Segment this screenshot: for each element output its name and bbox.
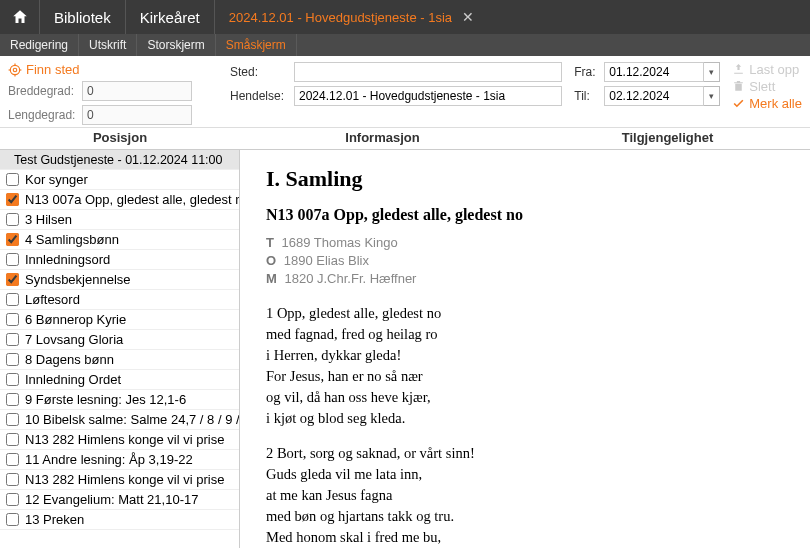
list-item[interactable]: N13 282 Himlens konge vil vi prise xyxy=(0,430,239,450)
list-item-label: 4 Samlingsbønn xyxy=(25,232,119,247)
list-item[interactable]: Innledningsord xyxy=(0,250,239,270)
hymn-verse: 2 Bort, sorg og saknad, or vårt sinn!Gud… xyxy=(266,443,784,548)
list-item-checkbox[interactable] xyxy=(6,293,19,306)
list-item-checkbox[interactable] xyxy=(6,253,19,266)
list-item-checkbox[interactable] xyxy=(6,193,19,206)
menubar: Bibliotek Kirkeåret 2024.12.01 - Hovedgu… xyxy=(0,0,810,34)
section-title: I. Samling xyxy=(266,166,784,192)
til-date-caret[interactable]: ▾ xyxy=(704,86,720,106)
list-item-label: Løftesord xyxy=(25,292,80,307)
home-button[interactable] xyxy=(0,0,40,34)
active-tab-label: 2024.12.01 - Hovedgudstjeneste - 1sia xyxy=(229,10,452,25)
fra-label: Fra: xyxy=(574,65,598,79)
hendelse-input[interactable] xyxy=(294,86,562,106)
list-item-label: Innledning Ordet xyxy=(25,372,121,387)
list-item[interactable]: 3 Hilsen xyxy=(0,210,239,230)
tab-smaskjerm[interactable]: Småskjerm xyxy=(216,34,297,56)
list-item-checkbox[interactable] xyxy=(6,473,19,486)
list-item[interactable]: 4 Samlingsbønn xyxy=(0,230,239,250)
list-item-label: 7 Lovsang Gloria xyxy=(25,332,123,347)
list-item[interactable]: 6 Bønnerop Kyrie xyxy=(0,310,239,330)
filter-bar: Finn sted Breddegrad: Lengdegrad: Sted: … xyxy=(0,56,810,128)
finn-sted-link[interactable]: Finn sted xyxy=(8,62,218,77)
hendelse-label: Hendelse: xyxy=(230,89,288,103)
list-item-label: N13 282 Himlens konge vil vi prise xyxy=(25,432,224,447)
list-item[interactable]: Kor synger xyxy=(0,170,239,190)
list-item[interactable]: Innledning Ordet xyxy=(0,370,239,390)
list-item-checkbox[interactable] xyxy=(6,373,19,386)
svg-point-0 xyxy=(10,65,19,74)
list-item-checkbox[interactable] xyxy=(6,453,19,466)
list-item-checkbox[interactable] xyxy=(6,173,19,186)
list-item-checkbox[interactable] xyxy=(6,513,19,526)
list-item-checkbox[interactable] xyxy=(6,233,19,246)
list-item[interactable]: 8 Dagens bønn xyxy=(0,350,239,370)
list-item[interactable]: 10 Bibelsk salme: Salme 24,7 / 8 / 9 / 1… xyxy=(0,410,239,430)
list-item-label: 10 Bibelsk salme: Salme 24,7 / 8 / 9 / 1… xyxy=(25,412,239,427)
menu-kirkearet[interactable]: Kirkeåret xyxy=(126,0,215,34)
list-item-checkbox[interactable] xyxy=(6,313,19,326)
column-headers: Posisjon Informasjon Tilgjengelighet xyxy=(0,128,810,150)
list-item-checkbox[interactable] xyxy=(6,493,19,506)
list-item-checkbox[interactable] xyxy=(6,413,19,426)
finn-sted-label: Finn sted xyxy=(26,62,79,77)
home-icon xyxy=(11,8,29,26)
list-item-label: 3 Hilsen xyxy=(25,212,72,227)
col-informasjon: Informasjon xyxy=(240,128,525,149)
list-item[interactable]: Løftesord xyxy=(0,290,239,310)
active-document-tab[interactable]: 2024.12.01 - Hovedgudstjeneste - 1sia ✕ xyxy=(215,0,488,34)
fra-date-caret[interactable]: ▾ xyxy=(704,62,720,82)
list-item[interactable]: 13 Preken xyxy=(0,510,239,530)
sted-label: Sted: xyxy=(230,65,288,79)
svg-point-1 xyxy=(13,68,17,72)
list-item-label: 8 Dagens bønn xyxy=(25,352,114,367)
til-label: Til: xyxy=(574,89,598,103)
list-item-checkbox[interactable] xyxy=(6,353,19,366)
list-item[interactable]: 12 Evangelium: Matt 21,10-17 xyxy=(0,490,239,510)
list-item-label: 9 Første lesning: Jes 12,1-6 xyxy=(25,392,186,407)
list-item-label: Syndsbekjennelse xyxy=(25,272,131,287)
list-item-label: 6 Bønnerop Kyrie xyxy=(25,312,126,327)
close-tab-icon[interactable]: ✕ xyxy=(462,9,474,25)
last-opp-link: Last opp xyxy=(732,62,802,77)
list-item-label: 13 Preken xyxy=(25,512,84,527)
list-item-checkbox[interactable] xyxy=(6,213,19,226)
list-item[interactable]: 9 Første lesning: Jes 12,1-6 xyxy=(0,390,239,410)
slett-link: Slett xyxy=(732,79,802,94)
secondary-toolbar: Redigering Utskrift Storskjerm Småskjerm xyxy=(0,34,810,56)
position-list[interactable]: Test Gudstjeneste - 01.12.2024 11:00Kor … xyxy=(0,150,240,548)
list-item[interactable]: N13 007a Opp, gledest alle, gledest no xyxy=(0,190,239,210)
list-item-label: N13 007a Opp, gledest alle, gledest no xyxy=(25,192,239,207)
lengdegrad-input xyxy=(82,105,192,125)
sted-input[interactable] xyxy=(294,62,562,82)
list-item-checkbox[interactable] xyxy=(6,333,19,346)
tab-storskjerm[interactable]: Storskjerm xyxy=(137,34,215,56)
tab-redigering[interactable]: Redigering xyxy=(0,34,79,56)
tab-utskrift[interactable]: Utskrift xyxy=(79,34,137,56)
list-item-checkbox[interactable] xyxy=(6,393,19,406)
trash-icon xyxy=(732,80,745,93)
list-item[interactable]: Syndsbekjennelse xyxy=(0,270,239,290)
check-icon xyxy=(732,97,745,110)
list-item-label: Innledningsord xyxy=(25,252,110,267)
list-item-checkbox[interactable] xyxy=(6,433,19,446)
list-header[interactable]: Test Gudstjeneste - 01.12.2024 11:00 xyxy=(0,150,239,170)
main-area: Test Gudstjeneste - 01.12.2024 11:00Kor … xyxy=(0,150,810,548)
breddegrad-input xyxy=(82,81,192,101)
menu-bibliotek[interactable]: Bibliotek xyxy=(40,0,126,34)
list-item[interactable]: 11 Andre lesning: Åp 3,19-22 xyxy=(0,450,239,470)
breddegrad-label: Breddegrad: xyxy=(8,84,76,98)
list-item-label: 12 Evangelium: Matt 21,10-17 xyxy=(25,492,198,507)
hymn-verse: 1 Opp, gledest alle, gledest nomed fagna… xyxy=(266,303,784,429)
list-item[interactable]: N13 282 Himlens konge vil vi prise xyxy=(0,470,239,490)
list-item-label: 11 Andre lesning: Åp 3,19-22 xyxy=(25,452,193,467)
merk-alle-link[interactable]: Merk alle xyxy=(732,96,802,111)
til-date-input[interactable] xyxy=(604,86,704,106)
target-icon xyxy=(8,63,22,77)
list-item[interactable]: 7 Lovsang Gloria xyxy=(0,330,239,350)
list-item-checkbox[interactable] xyxy=(6,273,19,286)
col-posisjon: Posisjon xyxy=(0,128,240,149)
fra-date-input[interactable] xyxy=(604,62,704,82)
list-item-label: Kor synger xyxy=(25,172,88,187)
hymn-title: N13 007a Opp, gledest alle, gledest no xyxy=(266,206,784,224)
